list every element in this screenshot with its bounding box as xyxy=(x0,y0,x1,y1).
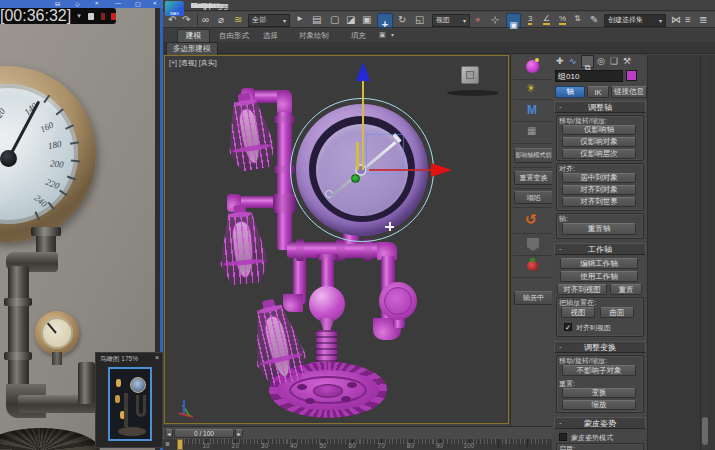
close-icon[interactable]: × xyxy=(155,354,159,361)
ribbon-tab-selection[interactable]: 选择 xyxy=(263,31,278,41)
move-tool-button[interactable]: + xyxy=(377,13,393,28)
grid-icon[interactable]: ▦ xyxy=(527,125,536,136)
gizmo-z-arrow[interactable] xyxy=(356,62,370,81)
modify-tab-icon[interactable]: ∿ xyxy=(569,56,577,66)
reset-button[interactable]: 重置 xyxy=(610,284,642,295)
link-icon[interactable]: ∞ xyxy=(202,14,209,25)
gizmo-x-axis[interactable] xyxy=(369,169,431,171)
select-by-name-icon[interactable]: ▤ xyxy=(312,14,321,25)
display-tab-icon[interactable]: ❏ xyxy=(610,56,618,66)
cage-lamp[interactable] xyxy=(222,97,278,173)
overlay-control-icon[interactable]: — xyxy=(115,0,121,6)
gizmo-y-handle[interactable] xyxy=(351,174,360,183)
create-tab-icon[interactable]: ✚ xyxy=(556,56,564,66)
align-to-object-button[interactable]: 对齐到对象 xyxy=(562,185,636,195)
record-icon[interactable] xyxy=(101,13,106,20)
overlay-control-icon[interactable]: ▢ xyxy=(135,0,141,7)
edit-named-sets-icon[interactable]: ✎ xyxy=(590,14,598,25)
working-pivot-rollout-header[interactable]: - 工作轴 xyxy=(554,243,646,255)
panel-scrollbar[interactable] xyxy=(700,55,708,450)
model-glass-bulb[interactable] xyxy=(309,286,345,322)
next-frame-button[interactable]: ► xyxy=(235,429,243,438)
reset-scale-button[interactable]: 缩放 xyxy=(562,400,636,410)
prev-frame-button[interactable]: ◄ xyxy=(165,429,173,438)
uv-loop-icon[interactable]: ↺ xyxy=(525,211,537,227)
surface-button[interactable]: 曲面 xyxy=(600,307,634,318)
hierarchy-tab-icon[interactable]: ⧉ xyxy=(581,55,594,68)
pivot-tab-button[interactable]: 轴 xyxy=(555,86,585,98)
select-object-icon[interactable]: ► xyxy=(296,14,304,23)
reset-transform-button[interactable]: 变换 xyxy=(562,388,636,398)
birdseye-window[interactable]: 鸟瞰图 175% × xyxy=(95,352,163,448)
sun-icon[interactable]: ☀ xyxy=(526,82,536,95)
adjust-transform-rollout-header[interactable]: - 调整变换 xyxy=(554,341,646,353)
layers-icon[interactable]: ≣ xyxy=(699,14,707,25)
redo-icon[interactable]: ↷ xyxy=(182,14,190,25)
snap-toggle-icon[interactable]: 3 xyxy=(528,14,532,25)
recorder-dropdown-icon[interactable]: ▾ xyxy=(77,12,81,20)
birdseye-thumbnail[interactable] xyxy=(108,367,152,441)
overlay-control-icon[interactable]: × xyxy=(95,0,99,6)
scrollbar-thumb[interactable] xyxy=(702,417,708,445)
link-info-tab-button[interactable]: 链接信息 xyxy=(611,86,647,98)
center-pivot-button[interactable]: 轴居中 xyxy=(514,291,553,305)
bind-spacewarp-icon[interactable]: ≋ xyxy=(234,14,242,25)
ribbon-tab-modeling[interactable]: 建模 xyxy=(177,29,210,42)
window-crossing-icon[interactable]: ▣ xyxy=(362,14,371,25)
viewport[interactable]: [+] [透视] [真实] xyxy=(164,55,509,424)
ref-coordinate-dropdown[interactable]: 视图 ▾ xyxy=(432,14,470,27)
scene-cube[interactable] xyxy=(461,66,479,84)
rect-region-icon[interactable]: ▢ xyxy=(330,14,339,25)
scale-icon[interactable]: ◱ xyxy=(415,14,424,25)
use-working-pivot-button[interactable]: 使用工作轴 xyxy=(560,271,638,282)
ribbon-tab-populate[interactable]: 填充 xyxy=(351,31,366,41)
adjust-pivot-rollout-header[interactable]: - 调整轴 xyxy=(554,101,646,113)
align-to-world-button[interactable]: 对齐到世界 xyxy=(562,197,636,207)
align-to-view-checkbox[interactable]: ✓ xyxy=(564,323,572,331)
view-button[interactable]: 视图 xyxy=(561,307,595,318)
stop-icon[interactable] xyxy=(111,13,116,20)
align-icon[interactable]: ≡ xyxy=(685,14,691,25)
viewport-label[interactable]: [+] [透视] [真实] xyxy=(169,58,217,68)
edit-working-pivot-button[interactable]: 编辑工作轴 xyxy=(560,258,638,269)
collapse-button[interactable]: 塌陷 xyxy=(514,191,553,204)
rotate-icon[interactable]: ↻ xyxy=(398,14,406,25)
reset-xform-button[interactable]: 重置变换 xyxy=(514,171,553,185)
overlay-control-icon[interactable]: ◇ xyxy=(75,0,80,7)
affect-object-only-button[interactable]: 仅影响对象 xyxy=(562,137,636,147)
polygon-modeling-tab[interactable]: 多边形建模 xyxy=(166,42,218,56)
overlay-control-icon[interactable]: × xyxy=(153,0,157,6)
badge-icon[interactable] xyxy=(527,238,539,251)
camera-icon[interactable] xyxy=(88,13,94,20)
angle-snap-icon[interactable]: ∠ xyxy=(543,14,550,25)
m-plugin-icon[interactable]: M xyxy=(527,103,537,117)
overlay-control-icon[interactable]: ⊟ xyxy=(55,0,60,7)
cage-lamp[interactable] xyxy=(245,301,311,388)
align-to-view-button[interactable]: 对齐到视图 xyxy=(557,284,607,295)
selection-filter-dropdown[interactable]: 全部 ▾ xyxy=(248,14,290,27)
cage-lamp[interactable] xyxy=(216,210,270,286)
center-to-object-button[interactable]: 居中到对象 xyxy=(562,173,636,183)
time-slider[interactable]: 0 / 100 xyxy=(174,429,234,438)
menu-item[interactable]: Ornatrix xyxy=(191,1,219,10)
use-pivot-center-icon[interactable]: ⌖ xyxy=(475,14,481,26)
render-sphere-icon[interactable] xyxy=(526,60,539,73)
affect-hierarchy-only-button[interactable]: 仅影响层次 xyxy=(562,149,636,159)
keyboard-override-button[interactable]: ▣ xyxy=(506,13,521,28)
object-color-swatch[interactable] xyxy=(626,70,637,81)
ik-tab-button[interactable]: IK xyxy=(587,86,609,98)
app-logo[interactable]: MAX xyxy=(165,1,184,16)
dont-affect-children-button[interactable]: 不影响子对象 xyxy=(562,365,636,376)
chevron-down-icon[interactable]: ▾ xyxy=(391,31,394,38)
affect-pivot-mode-button[interactable]: 影响轴模式切 xyxy=(514,148,553,163)
spinner-snap-icon[interactable]: ⇅ xyxy=(574,14,581,23)
gizmo-z-axis[interactable] xyxy=(362,80,364,170)
berry-icon[interactable] xyxy=(527,261,538,271)
reset-pivot-button[interactable]: 重置轴 xyxy=(562,223,636,235)
affect-pivot-only-button[interactable]: 仅影响轴 xyxy=(562,125,636,135)
ribbon-tab-freeform[interactable]: 自由形式 xyxy=(219,31,249,41)
utilities-tab-icon[interactable]: ⚒ xyxy=(623,56,631,66)
mirror-icon[interactable]: ⋈ xyxy=(671,14,681,25)
track-bar[interactable]: ≣ 102030405060708090100 xyxy=(163,439,552,450)
ribbon-more-icon[interactable]: ▣ xyxy=(379,31,386,39)
